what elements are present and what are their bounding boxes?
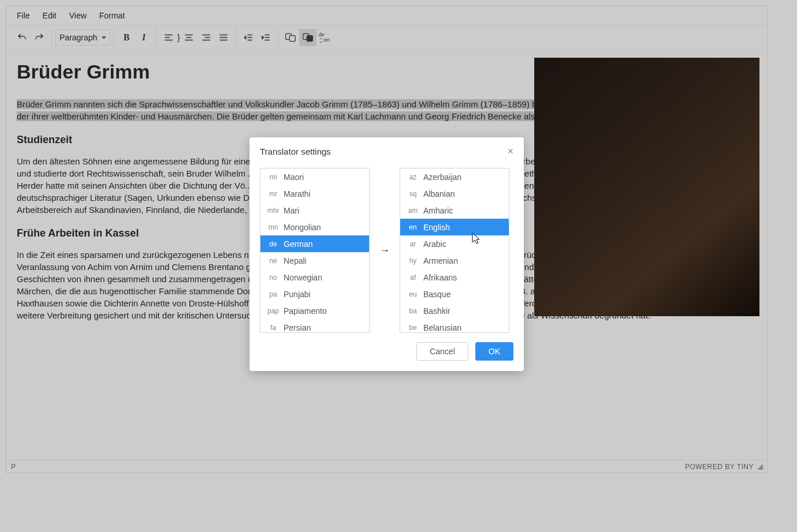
language-option-en[interactable]: enEnglish: [400, 219, 509, 235]
ok-button[interactable]: OK: [475, 342, 513, 361]
lang-code: ne: [263, 257, 284, 265]
language-option-am[interactable]: amAmharic: [400, 202, 509, 219]
language-option-af[interactable]: afAfrikaans: [400, 269, 509, 286]
powered-by-label: POWERED BY TINY: [685, 463, 754, 471]
language-option-de[interactable]: deGerman: [260, 235, 369, 252]
svg-rect-21: [307, 36, 312, 42]
close-button[interactable]: ×: [507, 145, 513, 158]
translate-button[interactable]: [282, 29, 299, 46]
language-option-fa[interactable]: faPersian: [260, 319, 369, 333]
lang-name: Papiamento: [284, 306, 327, 316]
lang-code: fa: [263, 324, 284, 332]
lang-name: German: [284, 239, 313, 249]
lang-code: mn: [263, 223, 284, 231]
lang-name: Afrikaans: [423, 273, 457, 282]
lang-code: no: [263, 274, 284, 282]
align-left-button[interactable]: [160, 29, 177, 46]
lang-name: Azerbaijan: [423, 173, 461, 182]
resize-grip-icon[interactable]: [757, 464, 763, 470]
lang-name: Basque: [423, 290, 450, 299]
align-center-button[interactable]: [180, 29, 198, 46]
language-option-be[interactable]: beBelarusian: [400, 319, 509, 333]
indent-button[interactable]: [257, 29, 274, 46]
cancel-button[interactable]: Cancel: [416, 342, 468, 361]
language-option-sq[interactable]: sqAlbanian: [400, 185, 509, 202]
lang-code: pa: [263, 290, 284, 298]
language-option-pa[interactable]: paPunjabi: [260, 286, 369, 302]
target-language-list[interactable]: azAzerbaijansqAlbanianamAmharicenEnglish…: [400, 168, 509, 333]
language-option-ar[interactable]: arArabic: [400, 235, 509, 252]
language-option-pap[interactable]: papPapiamento: [260, 302, 369, 319]
lang-code: en: [403, 223, 423, 231]
lang-name: Armenian: [423, 256, 458, 265]
menu-format[interactable]: Format: [94, 9, 131, 23]
format-select[interactable]: Paragraph: [55, 29, 110, 46]
lang-code: mi: [263, 173, 284, 181]
lang-code: mr: [263, 190, 284, 198]
menu-edit[interactable]: Edit: [37, 9, 62, 23]
outdent-button[interactable]: [240, 29, 257, 46]
menubar: File Edit View Format: [6, 6, 768, 25]
language-option-no[interactable]: noNorwegian: [260, 269, 369, 286]
translate-settings-button[interactable]: [299, 29, 316, 46]
lang-name: Marathi: [284, 189, 311, 198]
lang-name: Arabic: [423, 239, 446, 249]
bold-button[interactable]: B: [118, 29, 135, 46]
toolbar: Paragraph B I }: [6, 25, 768, 50]
lang-name: Nepali: [284, 256, 307, 265]
align-right-button[interactable]: [198, 29, 215, 46]
lang-name: Belarusian: [423, 323, 461, 332]
lang-code: sq: [403, 190, 423, 198]
lang-name: Amharic: [423, 206, 453, 215]
align-justify-button[interactable]: [215, 29, 232, 46]
lang-code: ba: [403, 307, 423, 315]
lang-name: Punjabi: [284, 290, 311, 299]
format-select-label: Paragraph: [59, 33, 97, 42]
lang-code: am: [403, 207, 423, 215]
lang-name: Norwegian: [284, 273, 322, 282]
language-option-az[interactable]: azAzerbaijan: [400, 168, 509, 185]
lang-to-label: en: [324, 38, 330, 43]
lang-name: Albanian: [423, 189, 455, 198]
language-indicator: de en: [316, 32, 332, 43]
italic-button[interactable]: I: [135, 29, 152, 46]
menu-file[interactable]: File: [11, 9, 36, 23]
lang-code: mhr: [263, 207, 284, 215]
arrow-right-icon: →: [378, 245, 392, 257]
lang-code: hy: [403, 257, 423, 265]
lang-code: eu: [403, 290, 423, 298]
language-option-hy[interactable]: hyArmenian: [400, 252, 509, 269]
element-path[interactable]: P: [11, 463, 16, 471]
lang-name: Maori: [284, 173, 304, 182]
menu-view[interactable]: View: [64, 9, 92, 23]
lang-code: af: [403, 274, 423, 282]
language-option-eu[interactable]: euBasque: [400, 286, 509, 302]
lang-name: Mongolian: [284, 223, 321, 232]
dialog-footer: Cancel OK: [249, 342, 524, 371]
dialog-title: Translator settings: [260, 147, 331, 156]
article-image: [534, 58, 759, 316]
translator-settings-dialog: Translator settings × miMaorimrMarathimh…: [249, 137, 524, 371]
redo-button[interactable]: [31, 29, 48, 46]
language-option-mn[interactable]: mnMongolian: [260, 219, 369, 235]
lang-code: de: [263, 240, 284, 248]
undo-button[interactable]: [13, 29, 31, 46]
language-option-ne[interactable]: neNepali: [260, 252, 369, 269]
chevron-down-icon: [102, 36, 106, 39]
statusbar: P POWERED BY TINY: [6, 460, 768, 473]
lang-name: Mari: [284, 206, 299, 215]
source-language-list[interactable]: miMaorimrMarathimhrMarimnMongoliandeGerm…: [260, 168, 370, 333]
lang-name: English: [423, 223, 450, 232]
dialog-header: Translator settings ×: [249, 137, 524, 163]
language-option-mhr[interactable]: mhrMari: [260, 202, 369, 219]
lang-code: az: [403, 173, 423, 181]
language-option-mr[interactable]: mrMarathi: [260, 185, 369, 202]
lang-name: Persian: [284, 323, 311, 332]
lang-code: pap: [263, 307, 284, 315]
swap-icon: [319, 38, 323, 43]
lang-code: be: [403, 324, 423, 332]
lang-code: ar: [403, 240, 423, 248]
language-option-mi[interactable]: miMaori: [260, 168, 369, 185]
language-option-ba[interactable]: baBashkir: [400, 302, 509, 319]
lang-name: Bashkir: [423, 306, 450, 316]
